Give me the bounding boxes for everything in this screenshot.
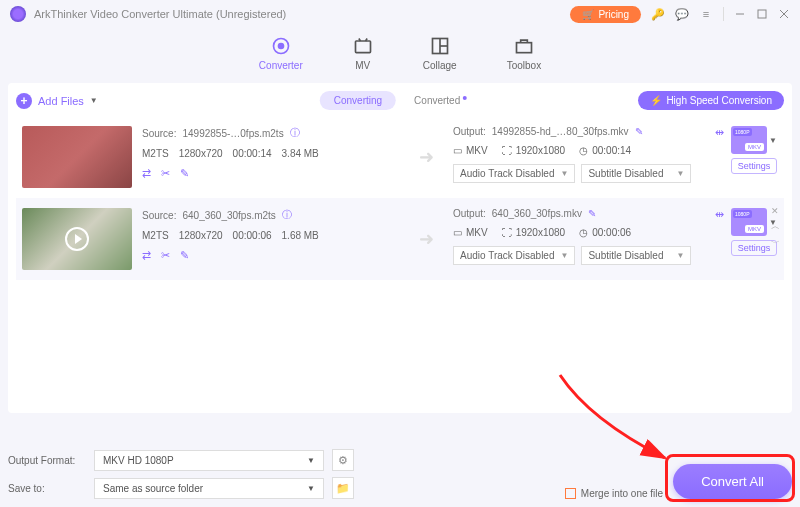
- rename-icon[interactable]: ✎: [588, 208, 596, 219]
- format-badge[interactable]: [731, 126, 767, 154]
- divider: [723, 7, 724, 21]
- edit-icon[interactable]: ✎: [180, 249, 189, 262]
- edit-icon[interactable]: ✎: [180, 167, 189, 180]
- tab-mv[interactable]: MV: [353, 36, 373, 71]
- svg-point-5: [278, 44, 283, 49]
- format-settings-icon[interactable]: ⚙: [332, 449, 354, 471]
- cut-icon[interactable]: ✂: [161, 249, 170, 262]
- lightning-icon: ⚡: [650, 95, 662, 106]
- arrow-icon: ➜: [419, 146, 443, 168]
- source-label: Source:: [142, 210, 176, 221]
- app-title: ArkThinker Video Converter Ultimate (Unr…: [34, 8, 286, 20]
- tab-label: Toolbox: [507, 60, 541, 71]
- trim-icon[interactable]: ⇄: [142, 167, 151, 180]
- convert-all-button[interactable]: Convert All: [673, 464, 792, 499]
- tab-label: Converter: [259, 60, 303, 71]
- chevron-down-icon: ▼: [561, 169, 569, 178]
- maximize-button[interactable]: [756, 8, 768, 20]
- converting-tab[interactable]: Converting: [320, 91, 396, 110]
- browse-folder-icon[interactable]: 📁: [332, 477, 354, 499]
- content-area: + Add Files ▼ Converting Converted ⚡ Hig…: [8, 83, 792, 413]
- pricing-button[interactable]: 🛒 Pricing: [570, 6, 641, 23]
- out-format: ▭ MKV: [453, 145, 488, 156]
- compress-icon[interactable]: ⇹: [715, 208, 724, 221]
- feedback-icon[interactable]: 💬: [675, 7, 689, 21]
- chevron-down-icon: ▼: [307, 456, 315, 465]
- source-name: 640_360_30fps.m2ts: [182, 210, 275, 221]
- key-icon[interactable]: 🔑: [651, 7, 665, 21]
- source-name: 14992855-…0fps.m2ts: [182, 128, 283, 139]
- output-label: Output:: [453, 208, 486, 219]
- converted-tab[interactable]: Converted: [400, 91, 480, 110]
- tab-converter[interactable]: Converter: [259, 36, 303, 71]
- source-meta: M2TS1280x72000:00:061.68 MB: [142, 230, 409, 241]
- source-meta: M2TS1280x72000:00:143.84 MB: [142, 148, 409, 159]
- format-badge[interactable]: [731, 208, 767, 236]
- merge-checkbox[interactable]: Merge into one file: [565, 488, 663, 499]
- pricing-label: Pricing: [598, 9, 629, 20]
- tab-collage[interactable]: Collage: [423, 36, 457, 71]
- settings-button[interactable]: Settings: [731, 158, 778, 174]
- high-speed-label: High Speed Conversion: [666, 95, 772, 106]
- info-icon[interactable]: ⓘ: [282, 208, 292, 222]
- dot-indicator: [462, 96, 466, 100]
- out-duration: ◷ 00:00:06: [579, 227, 631, 238]
- play-icon: [65, 227, 89, 251]
- audio-track-select[interactable]: Audio Track Disabled▼: [453, 164, 575, 183]
- save-to-label: Save to:: [8, 483, 86, 494]
- out-format: ▭ MKV: [453, 227, 488, 238]
- chevron-down-icon: ▼: [307, 484, 315, 493]
- rename-icon[interactable]: ✎: [635, 126, 643, 137]
- output-format-select[interactable]: MKV HD 1080P▼: [94, 450, 324, 471]
- compress-icon[interactable]: ⇹: [715, 126, 724, 139]
- output-format-label: Output Format:: [8, 455, 86, 466]
- audio-track-select[interactable]: Audio Track Disabled▼: [453, 246, 575, 265]
- tab-label: MV: [355, 60, 370, 71]
- move-down-icon[interactable]: ﹀: [771, 237, 780, 250]
- plus-icon: +: [16, 93, 32, 109]
- mv-icon: [353, 36, 373, 56]
- content-toolbar: + Add Files ▼ Converting Converted ⚡ Hig…: [16, 91, 784, 110]
- app-logo: [10, 6, 26, 22]
- subtitle-select[interactable]: Subtitle Disabled▼: [581, 246, 691, 265]
- tab-toolbox[interactable]: Toolbox: [507, 36, 541, 71]
- toolbox-icon: [514, 36, 534, 56]
- svg-rect-6: [355, 41, 370, 53]
- titlebar: ArkThinker Video Converter Ultimate (Unr…: [0, 0, 800, 28]
- remove-icon[interactable]: ✕: [771, 206, 780, 216]
- high-speed-button[interactable]: ⚡ High Speed Conversion: [638, 91, 784, 110]
- cut-icon[interactable]: ✂: [161, 167, 170, 180]
- converter-icon: [271, 36, 291, 56]
- add-files-button[interactable]: + Add Files ▼: [16, 93, 98, 109]
- move-up-icon[interactable]: ︿: [771, 220, 780, 233]
- cart-icon: 🛒: [582, 9, 594, 20]
- subtitle-select[interactable]: Subtitle Disabled▼: [581, 164, 691, 183]
- collage-icon: [430, 36, 450, 56]
- out-duration: ◷ 00:00:14: [579, 145, 631, 156]
- tab-label: Collage: [423, 60, 457, 71]
- info-icon[interactable]: ⓘ: [290, 126, 300, 140]
- chevron-down-icon[interactable]: ▼: [769, 136, 777, 145]
- file-item: Source: 640_360_30fps.m2ts ⓘ M2TS1280x72…: [16, 198, 784, 280]
- checkbox-icon: [565, 488, 576, 499]
- arrow-icon: ➜: [419, 228, 443, 250]
- svg-rect-10: [516, 43, 531, 53]
- out-resolution: ⛶ 1920x1080: [502, 227, 566, 238]
- thumbnail[interactable]: [22, 208, 132, 270]
- menu-icon[interactable]: ≡: [699, 7, 713, 21]
- merge-label: Merge into one file: [581, 488, 663, 499]
- svg-rect-1: [758, 10, 766, 18]
- bottom-bar: Output Format: MKV HD 1080P▼ ⚙ Save to: …: [8, 449, 792, 499]
- minimize-button[interactable]: [734, 8, 746, 20]
- chevron-down-icon: ▼: [90, 96, 98, 105]
- source-label: Source:: [142, 128, 176, 139]
- output-label: Output:: [453, 126, 486, 137]
- chevron-down-icon: ▼: [677, 251, 685, 260]
- output-name: 14992855-hd_…80_30fps.mkv: [492, 126, 629, 137]
- thumbnail[interactable]: [22, 126, 132, 188]
- save-to-select[interactable]: Same as source folder▼: [94, 478, 324, 499]
- output-name: 640_360_30fps.mkv: [492, 208, 582, 219]
- trim-icon[interactable]: ⇄: [142, 249, 151, 262]
- main-tabs: Converter MV Collage Toolbox: [0, 28, 800, 83]
- close-button[interactable]: [778, 8, 790, 20]
